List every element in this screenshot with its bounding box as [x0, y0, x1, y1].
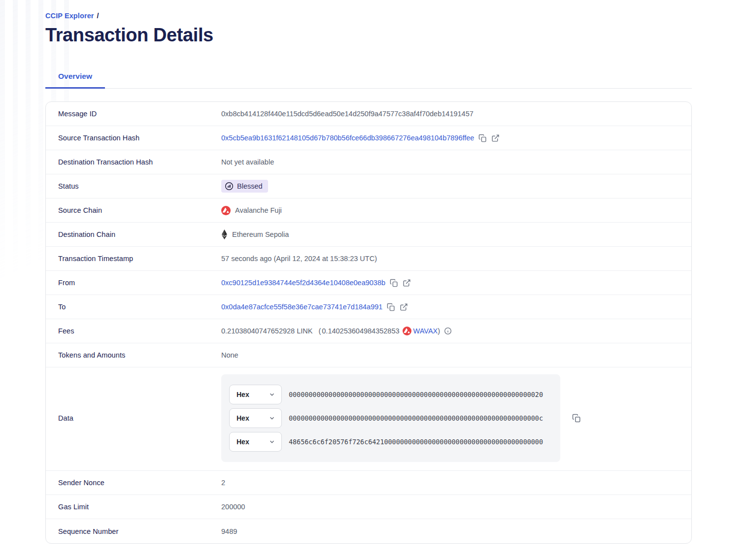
- transaction-details-card: Message ID 0xb8cb414128f440e115dcd5d6ead…: [45, 101, 692, 544]
- info-icon[interactable]: [444, 327, 452, 335]
- from-label: From: [58, 279, 221, 287]
- row-dest-tx-hash: Destination Transaction Hash Not yet ava…: [46, 150, 691, 174]
- sequence-number-value: 9489: [221, 527, 247, 535]
- page-container: CCIP Explorer/ Transaction Details Overv…: [45, 0, 692, 544]
- copy-icon[interactable]: [387, 303, 395, 311]
- row-from: From 0xc90125d1e9384744e5f2d4364e10408e0…: [46, 271, 691, 295]
- message-id-value: 0xb8cb414128f440e115dcd5d6ead50e14d250f9…: [221, 110, 483, 118]
- sender-nonce-label: Sender Nonce: [58, 479, 221, 487]
- row-to: To 0x0da4e87acfce55f58e36e7cae73741e7d18…: [46, 295, 691, 319]
- row-fees: Fees 0.21038040747652928 LINK ( 0.140253…: [46, 319, 691, 343]
- sequence-number-label: Sequence Number: [58, 527, 221, 535]
- hex-format-select[interactable]: Hex: [229, 385, 282, 404]
- fees-link-amount: 0.21038040747652928 LINK: [221, 327, 312, 335]
- status-badge-text: Blessed: [237, 182, 263, 190]
- chevron-down-icon: [269, 415, 275, 422]
- external-link-icon[interactable]: [491, 134, 500, 142]
- timestamp-value: 57 seconds ago (April 12, 2024 at 15:38:…: [221, 255, 387, 263]
- hex-format-select-value: Hex: [237, 438, 249, 446]
- tab-overview[interactable]: Overview: [45, 66, 105, 89]
- source-chain-value: Avalanche Fuji: [235, 206, 282, 214]
- data-hex-line-3: 48656c6c6f20576f726c64210000000000000000…: [289, 438, 543, 446]
- row-source-chain: Source Chain Avalanche Fuji: [46, 198, 691, 223]
- sender-nonce-value: 2: [221, 479, 235, 487]
- timestamp-label: Transaction Timestamp: [58, 255, 221, 263]
- row-dest-chain: Destination Chain Ethereum Sepolia: [46, 223, 691, 247]
- data-line: Hex 000000000000000000000000000000000000…: [229, 408, 552, 428]
- dest-chain-label: Destination Chain: [58, 231, 221, 238]
- dest-tx-hash-label: Destination Transaction Hash: [58, 158, 221, 166]
- fees-paren-close: ): [438, 327, 440, 335]
- from-address-link[interactable]: 0xc90125d1e9384744e5f2d4364e10408e0ea903…: [221, 279, 385, 287]
- tokens-amounts-label: Tokens and Amounts: [58, 351, 221, 359]
- dest-tx-hash-value: Not yet available: [221, 158, 284, 166]
- message-id-label: Message ID: [58, 110, 221, 118]
- avalanche-logo-icon: [403, 327, 411, 335]
- dest-chain-value: Ethereum Sepolia: [232, 231, 289, 238]
- fees-paren-open: (: [318, 327, 321, 335]
- to-address-link[interactable]: 0x0da4e87acfce55f58e36e7cae73741e7d184a9…: [221, 303, 382, 311]
- status-label: Status: [58, 182, 221, 190]
- copy-icon[interactable]: [478, 134, 487, 142]
- data-hex-box: Hex 000000000000000000000000000000000000…: [221, 374, 560, 462]
- hex-format-select-value: Hex: [237, 391, 249, 398]
- source-tx-hash-link[interactable]: 0x5cb5ea9b1631f62148105d67b780b56fce66db…: [221, 134, 474, 142]
- breadcrumb-ccip-explorer-link[interactable]: CCIP Explorer: [45, 12, 94, 20]
- fees-native-amount: 0.140253604984352853: [322, 327, 399, 335]
- avalanche-logo-icon: [221, 206, 231, 215]
- source-tx-hash-label: Source Transaction Hash: [58, 134, 221, 142]
- gas-limit-label: Gas Limit: [58, 503, 221, 511]
- source-chain-label: Source Chain: [58, 206, 221, 214]
- hex-format-select-value: Hex: [237, 414, 249, 422]
- row-gas-limit: Gas Limit 200000: [46, 495, 691, 519]
- to-label: To: [58, 303, 221, 311]
- fees-label: Fees: [58, 327, 221, 335]
- chevron-down-icon: [269, 391, 275, 398]
- row-status: Status Blessed: [46, 174, 691, 198]
- hex-format-select[interactable]: Hex: [229, 408, 282, 428]
- row-source-tx-hash: Source Transaction Hash 0x5cb5ea9b1631f6…: [46, 126, 691, 150]
- status-badge: Blessed: [221, 180, 268, 193]
- breadcrumb-separator: /: [97, 12, 99, 20]
- hex-format-select[interactable]: Hex: [229, 432, 282, 452]
- copy-icon[interactable]: [390, 279, 398, 287]
- fees-value: 0.21038040747652928 LINK ( 0.14025360498…: [221, 327, 452, 335]
- chevron-down-icon: [269, 438, 275, 445]
- tab-bar: Overview: [45, 66, 692, 89]
- row-tokens-amounts: Tokens and Amounts None: [46, 343, 691, 367]
- row-message-id: Message ID 0xb8cb414128f440e115dcd5d6ead…: [46, 102, 691, 126]
- data-line: Hex 000000000000000000000000000000000000…: [229, 385, 552, 404]
- copy-icon[interactable]: [572, 414, 581, 423]
- row-sequence-number: Sequence Number 9489: [46, 519, 691, 543]
- data-line: Hex 48656c6c6f20576f726c6421000000000000…: [229, 432, 552, 452]
- wavax-token-link[interactable]: WAVAX: [413, 327, 438, 335]
- breadcrumb: CCIP Explorer/: [45, 0, 692, 20]
- row-timestamp: Transaction Timestamp 57 seconds ago (Ap…: [46, 247, 691, 271]
- external-link-icon[interactable]: [400, 303, 408, 311]
- gas-limit-value: 200000: [221, 503, 255, 511]
- ethereum-logo-icon: [221, 230, 228, 239]
- row-sender-nonce: Sender Nonce 2: [46, 471, 691, 495]
- row-data: Data Hex 0000000000000000000000000000000…: [46, 367, 691, 471]
- data-hex-line-2: 0000000000000000000000000000000000000000…: [289, 415, 543, 422]
- tokens-amounts-value: None: [221, 351, 248, 359]
- page-title: Transaction Details: [45, 25, 692, 46]
- data-hex-line-1: 0000000000000000000000000000000000000000…: [289, 391, 543, 398]
- external-link-icon[interactable]: [403, 279, 411, 287]
- data-label: Data: [58, 414, 221, 422]
- signal-bars-circle-icon: [225, 182, 234, 191]
